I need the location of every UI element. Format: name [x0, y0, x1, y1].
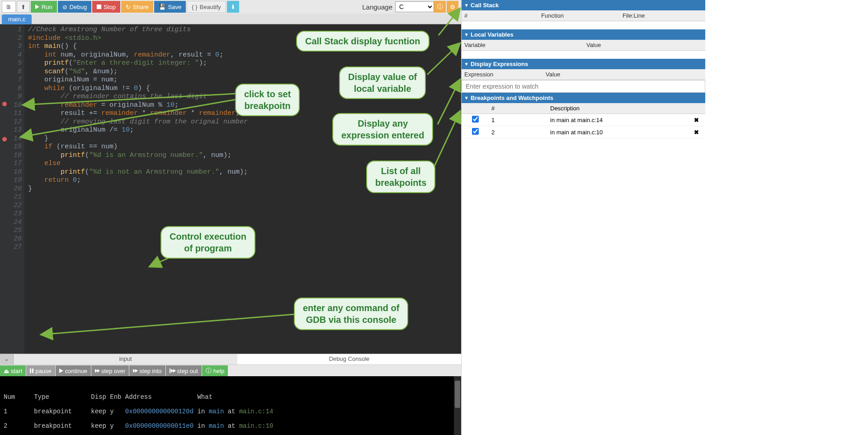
file-tabs: main.c	[0, 14, 461, 24]
panel-call-stack-header[interactable]: ▾Call Stack	[462, 0, 705, 10]
eject-icon: ⏏	[4, 368, 9, 374]
console-line: 1 breakpoint keep y 0x000000000000120d i…	[4, 408, 458, 415]
upload-button[interactable]: ⬆	[17, 1, 30, 13]
tab-main-c[interactable]: main.c	[2, 14, 32, 24]
dbg-step-into-button[interactable]: step into	[129, 365, 165, 376]
dbg-step-over-button[interactable]: step over	[91, 365, 129, 376]
save-button[interactable]: 💾Save	[154, 1, 186, 13]
panel-breakpoints-header[interactable]: ▾Breakpoints and Watchpoints	[462, 93, 705, 103]
dbg-start-button[interactable]: ⏏start	[0, 365, 26, 376]
save-icon: 💾	[159, 4, 166, 10]
tab-debug-console[interactable]: Debug Console	[237, 354, 461, 364]
breakpoint-row: 2 in main at main.c:10 ✖	[462, 126, 705, 138]
beautify-button[interactable]: { }Beautify	[187, 1, 226, 13]
step-out-icon	[170, 369, 175, 373]
stop-button[interactable]: Stop	[92, 1, 120, 13]
bug-icon: ⊘	[62, 4, 67, 10]
chevron-down-icon: ▾	[465, 95, 468, 101]
debug-button[interactable]: ⊘Debug	[58, 1, 91, 13]
share-icon: ↻	[126, 4, 131, 10]
pause-icon	[30, 369, 33, 373]
breakpoint-gutter[interactable]	[0, 24, 9, 354]
call-stack-table-header: # Function File:Line	[462, 10, 705, 21]
share-button[interactable]: ↻Share	[121, 1, 153, 13]
breakpoints-table-header: # Description	[462, 103, 705, 114]
console-scrollbar[interactable]	[454, 376, 461, 435]
tab-input[interactable]: input	[14, 354, 237, 364]
info-icon: ⓘ	[206, 367, 212, 375]
line-number-gutter: 1234567891011121314151617181920212223242…	[9, 24, 24, 354]
play-icon	[35, 5, 39, 9]
expand-console-button[interactable]: ⌄	[0, 354, 14, 364]
breakpoint-toggle[interactable]	[472, 116, 479, 123]
code-editor[interactable]: 1234567891011121314151617181920212223242…	[0, 24, 461, 354]
chevron-down-icon: ▾	[465, 32, 468, 38]
local-vars-table-header: Variable Value	[462, 40, 705, 51]
dbg-help-button[interactable]: ⓘhelp	[202, 365, 228, 376]
step-into-icon	[133, 369, 137, 373]
panel-local-vars-header[interactable]: ▾Local Variables	[462, 29, 705, 40]
debug-controls: ⏏start pause continue step over step int…	[0, 364, 461, 376]
expressions-table-header: Expression Value	[462, 69, 705, 80]
breakpoint-delete-button[interactable]: ✖	[687, 127, 705, 137]
chevron-down-icon: ▾	[465, 2, 468, 8]
expression-input[interactable]	[462, 80, 705, 93]
language-select[interactable]: C	[395, 1, 434, 12]
code-area[interactable]: //Check Armstrong Number of three digits…	[24, 24, 248, 354]
step-over-icon	[95, 369, 99, 373]
new-file-button[interactable]: 🗎	[2, 1, 16, 13]
settings-button[interactable]: ⚙	[447, 1, 458, 13]
language-label: Language	[362, 3, 392, 11]
breakpoint-row: 1 in main at main.c:14 ✖	[462, 114, 705, 126]
dbg-step-out-button[interactable]: step out	[166, 365, 202, 376]
breakpoint-delete-button[interactable]: ✖	[687, 115, 705, 125]
dbg-pause-button[interactable]: pause	[26, 365, 55, 376]
debug-console[interactable]: Num Type Disp Enb Address What 1 breakpo…	[0, 376, 461, 435]
download-button[interactable]: ⬇	[227, 1, 239, 13]
chevron-down-icon: ▾	[465, 61, 468, 67]
panel-expressions-header[interactable]: ▾Display Expressions	[462, 59, 705, 69]
toolbar: 🗎 ⬆ Run ⊘Debug Stop ↻Share 💾Save { }Beau…	[0, 0, 461, 14]
console-tabs: ⌄ input Debug Console	[0, 354, 461, 364]
console-header: Num Type Disp Enb Address What	[4, 393, 458, 401]
braces-icon: { }	[192, 4, 197, 10]
info-button[interactable]: ⓘ	[434, 1, 446, 13]
console-line: 2 breakpoint keep y 0x00000000000011e0 i…	[4, 422, 458, 430]
dbg-continue-button[interactable]: continue	[56, 365, 91, 376]
play-icon	[59, 369, 63, 373]
stop-icon	[97, 5, 101, 9]
breakpoint-toggle[interactable]	[472, 128, 479, 135]
run-button[interactable]: Run	[31, 1, 57, 13]
